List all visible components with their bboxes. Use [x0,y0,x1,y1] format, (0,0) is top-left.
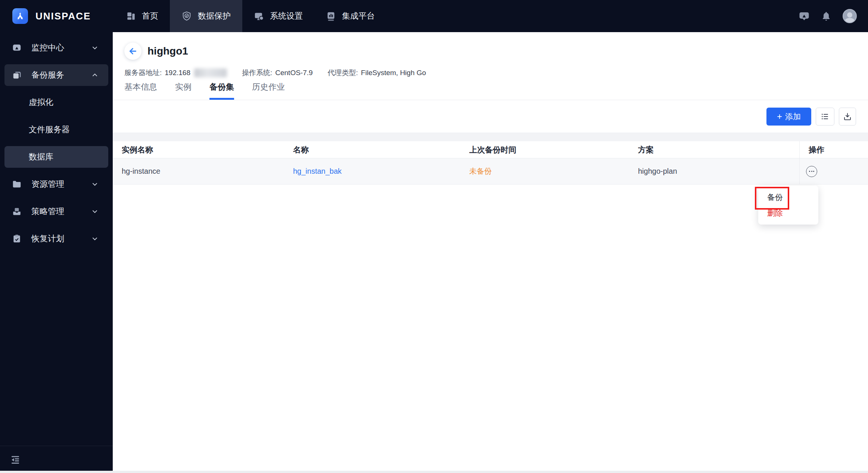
redacted-ip-blur [194,68,227,77]
column-header-actions: 操作 [799,141,868,158]
sidebar-item-resource-management[interactable]: 资源管理 [4,173,108,195]
page-title: highgo1 [147,45,188,57]
menu-item-backup[interactable]: 备份 [758,189,818,205]
sidebar-item-monitor-center[interactable]: 监控中心 [4,37,108,59]
chevron-up-icon [91,71,99,79]
main-content: highgo1 服务器地址: 192.168 操作系统: CentOS-7.9 … [113,32,868,473]
sidebar: 监控中心 备份服务 虚拟化 文件服务器 数据库 资源管理 [0,32,113,473]
sidebar-item-label: 监控中心 [31,42,64,53]
sidebar-item-label: 恢复计划 [31,233,64,244]
bottom-edge-strip [0,471,868,473]
topnav-label: 系统设置 [270,10,303,22]
column-header-instance-name: 实例名称 [113,145,284,155]
table-header-row: 实例名称 名称 上次备份时间 方案 操作 [113,141,868,158]
row-actions-ellipsis-icon[interactable] [806,166,817,177]
topnav-label: 集成平台 [342,10,375,22]
avatar[interactable] [843,9,857,23]
brand: UNISPACE [0,0,113,32]
sidebar-item-virtualization[interactable]: 虚拟化 [4,92,108,113]
sidebar-item-backup-service[interactable]: 备份服务 [4,64,108,86]
message-icon[interactable] [799,10,810,22]
unispace-logo-icon [12,8,28,24]
integration-platform-icon [326,11,336,21]
topnav-item-data-protection[interactable]: 数据保护 [170,0,242,32]
recovery-plan-icon [12,234,22,244]
brand-name: UNISPACE [35,10,91,22]
sidebar-item-label: 资源管理 [31,179,64,190]
sidebar-item-label: 文件服务器 [29,124,70,135]
tab-basic-info[interactable]: 基本信息 [124,81,157,100]
policy-icon [12,207,22,216]
sidebar-item-file-server[interactable]: 文件服务器 [4,119,108,140]
topnav-label: 首页 [142,10,158,22]
cell-last-backup-status: 未备份 [469,167,492,175]
server-meta: 服务器地址: 192.168 操作系统: CentOS-7.9 代理类型: Fi… [124,68,868,78]
tab-instances[interactable]: 实例 [175,81,192,100]
table-row: hg-instance hg_instan_bak 未备份 highgo-pla… [113,158,868,185]
cell-instance-name: hg-instance [113,167,284,176]
meta-server-address: 服务器地址: 192.168 [124,68,227,78]
back-button[interactable] [124,43,141,60]
folder-icon [12,179,22,189]
sidebar-item-database[interactable]: 数据库 [4,146,108,168]
chevron-down-icon [91,208,99,215]
collapse-sidebar-icon[interactable] [10,454,21,465]
meta-os: 操作系统: CentOS-7.9 [242,68,313,78]
meta-agent-type: 代理类型: FileSystem, High Go [328,68,426,78]
topbar: UNISPACE 首页 数据保护 [0,0,868,32]
list-view-button[interactable] [816,108,834,126]
tab-backup-sets[interactable]: 备份集 [209,81,234,100]
chevron-down-icon [91,235,99,242]
shield-check-icon [181,11,192,21]
download-icon [843,112,852,121]
table-toolbar: + 添加 [113,100,868,133]
bell-icon[interactable] [821,11,831,21]
topbar-right [799,0,857,32]
topnav-item-integration-platform[interactable]: 集成平台 [314,0,386,32]
cell-name-link[interactable]: hg_instan_bak [293,167,342,175]
column-header-plan: 方案 [629,145,799,155]
system-settings-icon [254,11,264,21]
topnav-item-system-settings[interactable]: 系统设置 [242,0,314,32]
plus-icon: + [777,112,782,121]
tab-history-jobs[interactable]: 历史作业 [252,81,285,100]
sidebar-item-label: 虚拟化 [29,97,53,108]
monitor-center-icon [12,43,22,53]
cell-plan: highgo-plan [629,167,799,176]
list-view-icon [821,112,830,121]
chevron-down-icon [91,180,99,188]
chevron-down-icon [91,44,99,52]
sidebar-item-label: 数据库 [29,151,53,163]
top-navigation: 首页 数据保护 系统设置 [115,0,386,32]
backup-set-table: 实例名称 名称 上次备份时间 方案 操作 hg-instance hg_inst… [113,141,868,185]
topnav-label: 数据保护 [198,10,231,22]
detail-tabs: 基本信息 实例 备份集 历史作业 [113,84,868,100]
backup-service-icon [12,70,22,80]
sidebar-item-label: 备份服务 [31,69,64,81]
sidebar-item-recovery-plan[interactable]: 恢复计划 [4,228,108,250]
sidebar-item-policy-management[interactable]: 策略管理 [4,201,108,222]
column-header-name: 名称 [284,145,460,155]
menu-item-delete[interactable]: 删除 [758,205,818,221]
row-actions-menu: 备份 删除 [758,186,818,225]
download-button[interactable] [839,108,856,126]
sidebar-footer [0,446,113,473]
add-button[interactable]: + 添加 [766,108,811,126]
dashboard-icon [126,11,136,21]
column-header-last-backup-time: 上次备份时间 [460,145,629,155]
page-header: highgo1 服务器地址: 192.168 操作系统: CentOS-7.9 … [113,32,868,78]
sidebar-item-label: 策略管理 [31,206,64,217]
section-divider [113,133,868,141]
topnav-item-home[interactable]: 首页 [115,0,170,32]
